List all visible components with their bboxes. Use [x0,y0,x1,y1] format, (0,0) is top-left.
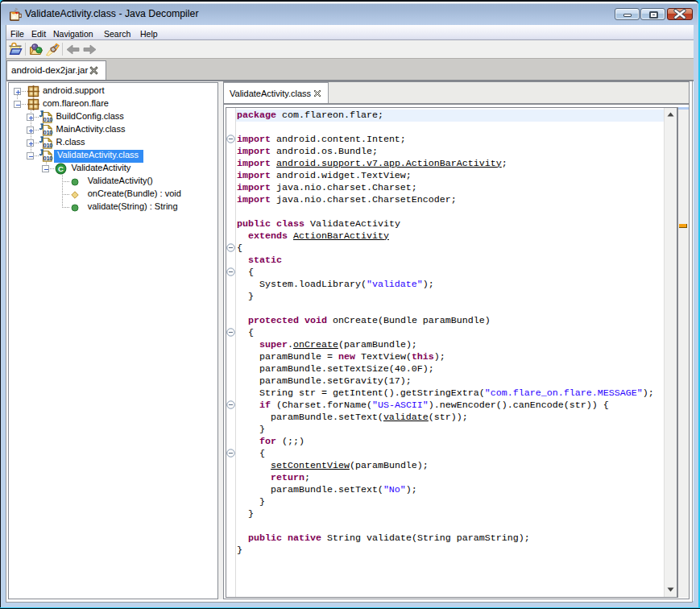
svg-text:C: C [58,164,64,173]
